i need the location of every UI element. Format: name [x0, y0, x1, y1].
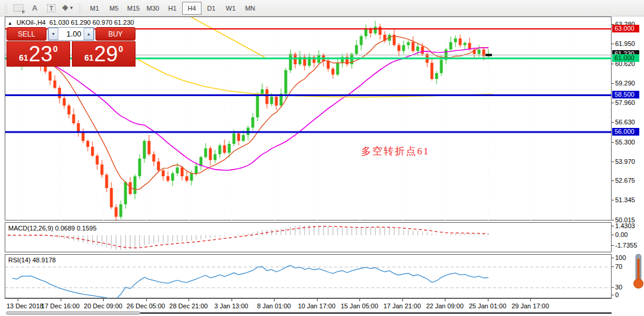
rsi-axis-label: 0: [615, 291, 619, 298]
timeframe-button-mn[interactable]: MN: [240, 2, 260, 15]
rsi-axis-label: 70: [615, 263, 622, 270]
cursor-style-icon[interactable]: ❖▼: [60, 2, 75, 15]
main-chart-panel[interactable]: ▲ UKOil-,H4 61.030 61.290 60.970 61.230 …: [5, 17, 612, 220]
rsi-canvas[interactable]: [5, 255, 612, 299]
time-tick: [103, 299, 104, 301]
time-tick: [189, 299, 189, 301]
time-axis-label: 17 Jan 21:00: [384, 302, 421, 310]
time-axis-label: 10 Jan 17:00: [298, 302, 336, 310]
text-box-icon[interactable]: T: [44, 2, 59, 15]
chart-title: ▲ UKOil-,H4 61.030 61.290 60.970 61.230: [8, 19, 134, 26]
macd-axis-label: -1.7355: [615, 242, 637, 249]
chart-ohlc: 61.030 61.290 60.970 61.230: [49, 19, 134, 26]
macd-label: MACD(12,26,9) 0.0689 0.1595: [8, 225, 97, 232]
time-tick: [530, 299, 531, 301]
time-axis-label: 25 Jan 01:00: [469, 302, 507, 310]
price-axis-label: 59.290: [615, 80, 635, 87]
time-axis-label: 26 Dec 05:00: [127, 302, 165, 310]
time-axis-label: 29 Jan 17:00: [511, 302, 549, 310]
time-axis-label: 8 Jan 01:00: [257, 302, 291, 310]
timeframe-button-h4[interactable]: H4: [182, 2, 202, 15]
price-axis-label: 51.345: [615, 196, 635, 203]
rsi-panel[interactable]: RSI(14) 48.9178: [5, 254, 612, 298]
price-axis-label: 57.960: [615, 99, 635, 106]
macd-axis-label: 0.00: [615, 231, 628, 238]
rsi-label: RSI(14) 48.9178: [8, 256, 56, 264]
volume-decrease-button[interactable]: ▼: [48, 28, 58, 40]
timeframe-button-d1[interactable]: D1: [202, 2, 221, 15]
sell-button[interactable]: SELL: [6, 27, 47, 41]
price-axis-label: 55.300: [615, 139, 635, 146]
timeframe-button-h1[interactable]: H1: [163, 2, 182, 15]
chart-annotation: 多空转折点61: [361, 144, 430, 158]
time-axis-label: 3 Jan 13:00: [214, 302, 249, 310]
time-tick: [445, 299, 445, 301]
time-tick: [232, 299, 232, 301]
macd-panel[interactable]: MACD(12,26,9) 0.0689 0.1595: [5, 222, 612, 252]
time-tick: [402, 299, 403, 301]
toolbar-grip: [4, 3, 8, 14]
price-badge: 58.500: [612, 91, 639, 98]
price-badge: 56.000: [612, 128, 639, 136]
rsi-axis-label: 100: [615, 254, 626, 261]
volume-increase-button[interactable]: ▲: [84, 28, 94, 40]
volume-stepper: ▼ 1.00 ▲: [48, 27, 94, 41]
time-axis-label: 22 Jan 09:00: [426, 302, 464, 310]
price-badge: 61.000: [612, 54, 639, 62]
price-axis-label: 56.630: [615, 119, 635, 126]
time-axis-label: 15 Jan 05:00: [341, 302, 378, 310]
toolbar-separator: [78, 3, 82, 14]
rsi-axis-label: 30: [615, 284, 622, 291]
time-tick: [488, 299, 488, 301]
time-axis[interactable]: 13 Dec 201817 Dec 16:0020 Dec 09:0026 De…: [5, 298, 612, 311]
price-axis-label: 52.675: [615, 177, 635, 184]
one-click-trade-panel: SELL ▼ 1.00 ▲ BUY 61230 61290: [6, 27, 136, 67]
timeframe-button-m1[interactable]: M1: [85, 2, 104, 15]
price-badge: 63.000: [612, 25, 639, 32]
timeframe-button-m30[interactable]: M30: [143, 2, 163, 15]
time-tick: [317, 299, 318, 301]
time-tick: [274, 299, 275, 301]
time-axis-label: 17 Dec 16:00: [41, 302, 80, 310]
top-toolbar: F A T ❖▼ M1M5M15M30H1H4D1W1MN: [0, 0, 644, 17]
scrollbar-track-line: [137, 312, 612, 314]
volume-input[interactable]: 1.00: [58, 28, 84, 40]
collapse-triangle-icon[interactable]: ▲: [8, 21, 12, 26]
timeframe-bar: M1M5M15M30H1H4D1W1MN: [85, 2, 260, 15]
price-axis-label: 61.950: [615, 40, 635, 47]
text-label-icon[interactable]: A: [27, 2, 42, 15]
macd-axis-label: 1.4303: [615, 222, 635, 229]
time-tick: [61, 299, 61, 301]
time-tick: [146, 299, 147, 301]
scrollbar-thumb[interactable]: [6, 311, 140, 315]
time-tick: [18, 299, 18, 301]
time-axis-label: 28 Dec 21:00: [169, 302, 207, 310]
indicator-list-icon[interactable]: F: [11, 2, 26, 15]
horizontal-scrollbar: [5, 311, 612, 316]
timeframe-button-m15[interactable]: M15: [124, 2, 143, 15]
time-axis-label: 13 Dec 2018: [6, 302, 43, 310]
buy-button[interactable]: BUY: [95, 27, 136, 41]
buy-quote[interactable]: 61290: [72, 41, 136, 67]
sell-quote[interactable]: 61230: [6, 41, 70, 67]
thermometer-icon[interactable]: [633, 253, 644, 289]
time-axis-label: 20 Dec 09:00: [84, 302, 122, 310]
timeframe-button-m5[interactable]: M5: [104, 2, 124, 15]
price-axis-label: 53.970: [615, 158, 635, 165]
time-tick: [359, 299, 360, 301]
timeframe-button-w1[interactable]: W1: [221, 2, 240, 15]
